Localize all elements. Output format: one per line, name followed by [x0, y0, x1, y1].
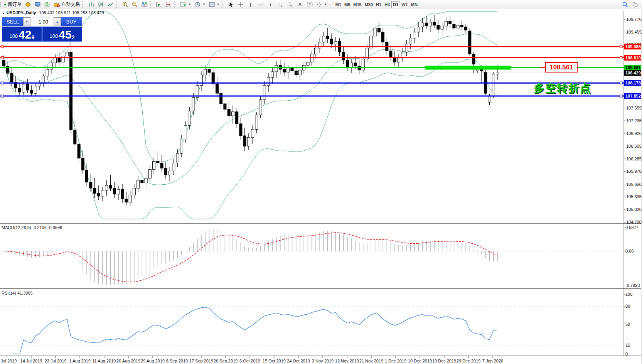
- bearish-candle: [212, 72, 214, 84]
- bearish-candle: [81, 158, 84, 170]
- bullish-candle: [200, 75, 203, 85]
- rsi-tick-label: 80: [625, 304, 630, 308]
- bearish-candle: [425, 23, 428, 26]
- sell-price[interactable]: 108429: [2, 27, 42, 41]
- line-handle[interactable]: [620, 95, 622, 97]
- search-button[interactable]: [620, 0, 630, 8]
- tile-windows-button[interactable]: [140, 0, 149, 8]
- line-price-label: 109.088: [625, 44, 641, 49]
- fibonacci-button[interactable]: F: [285, 0, 295, 8]
- auto-trading-button[interactable]: 自动交易: [52, 0, 81, 8]
- timeframe-h4[interactable]: H4: [383, 1, 391, 8]
- volume-increase-button[interactable]: ▲: [54, 17, 61, 26]
- bearish-candle: [89, 182, 92, 189]
- rsi-tick-label: 15: [625, 343, 630, 347]
- bullish-candle: [287, 68, 290, 72]
- zoom-in-button[interactable]: [120, 0, 130, 8]
- crosshair-button[interactable]: [236, 0, 246, 8]
- auto-scroll-button[interactable]: [154, 0, 164, 8]
- timeframe-m1[interactable]: M1: [334, 1, 343, 8]
- buy-price[interactable]: 108452: [42, 27, 82, 41]
- crosshair-icon: [238, 2, 244, 8]
- clock-icon: [194, 2, 201, 8]
- new-order-button[interactable]: 新订单: [0, 0, 23, 8]
- line-handle[interactable]: [1, 57, 3, 59]
- line-chart-button[interactable]: [106, 0, 115, 8]
- sell-button[interactable]: SELL: [2, 17, 23, 26]
- bearish-candle: [26, 84, 29, 90]
- toolbar-separator: [174, 1, 178, 8]
- bullish-candle: [105, 185, 108, 190]
- new-order-icon: [0, 2, 7, 8]
- macd-label: MACD(12,26,9) -0.2106 -0.0596: [2, 225, 62, 230]
- bullish-candle: [441, 26, 443, 29]
- buy-button[interactable]: BUY: [61, 17, 82, 26]
- price-level-callout[interactable]: 108.561: [545, 62, 578, 72]
- chat-button[interactable]: [630, 0, 640, 8]
- line-handle[interactable]: [1, 95, 3, 97]
- zoom-out-button[interactable]: [130, 0, 140, 8]
- bearish-candle: [125, 199, 128, 202]
- price-tick-label: 106.285: [626, 157, 642, 161]
- line-handle[interactable]: [620, 57, 622, 59]
- chart-shift-button[interactable]: [164, 0, 174, 8]
- arrows-button[interactable]: ▼: [315, 0, 329, 8]
- chevron-down-icon: ▼: [217, 3, 220, 6]
- volume-decrease-button[interactable]: ▼: [23, 17, 30, 26]
- timeframe-m5[interactable]: M5: [343, 1, 352, 8]
- timeframe-m15[interactable]: M15: [352, 1, 363, 8]
- bar-chart-button[interactable]: [86, 0, 96, 8]
- bullish-candle: [362, 59, 364, 70]
- date-tick-label: 15 Oct 2019: [263, 359, 286, 363]
- candlestick-button[interactable]: [96, 0, 106, 8]
- bearish-candle: [382, 32, 384, 42]
- bearish-candle: [468, 31, 471, 54]
- bearish-candle: [465, 27, 467, 30]
- bullish-candle: [275, 65, 278, 72]
- timeframe-m30[interactable]: M30: [363, 1, 374, 8]
- equidistant-channel-button[interactable]: E: [276, 0, 285, 8]
- line-handle[interactable]: [1, 82, 3, 84]
- timeframe-mn[interactable]: MN: [409, 1, 419, 8]
- bullish-candle: [129, 195, 131, 202]
- bullish-candle: [488, 96, 491, 102]
- market-watch-button[interactable]: [23, 0, 33, 8]
- timeframe-h1[interactable]: H1: [374, 1, 383, 8]
- vertical-line-button[interactable]: |: [246, 0, 256, 8]
- cursor-button[interactable]: [226, 0, 236, 8]
- bollinger-middle-band: [4, 34, 497, 185]
- line-handle[interactable]: [1, 46, 3, 48]
- highlight-price-bar[interactable]: [425, 66, 511, 70]
- line-handle[interactable]: [620, 82, 622, 84]
- toolbar-separator: [222, 1, 226, 8]
- vertical-line-icon: |: [247, 2, 254, 7]
- data-window-button[interactable]: [33, 0, 42, 8]
- bearish-candle: [377, 28, 380, 32]
- periods-button[interactable]: ▼: [193, 0, 207, 8]
- chart-canvas[interactable]: 109.770109.455109.135107.555107.235106.9…: [0, 0, 642, 364]
- new-order-label: 新订单: [8, 1, 22, 8]
- macd-min-label: -0.7823: [625, 283, 640, 288]
- collapse-panel-icon[interactable]: ▲: [2, 12, 5, 15]
- bearish-candle: [291, 68, 293, 71]
- toolbar-separator: [116, 1, 120, 8]
- bearish-candle: [164, 168, 167, 175]
- trendline-button[interactable]: /: [266, 0, 276, 8]
- expert-advisors-button[interactable]: [42, 0, 52, 8]
- bullish-candle: [133, 188, 135, 195]
- timeframe-d1[interactable]: D1: [391, 1, 400, 8]
- pivot-annotation-text[interactable]: 多空转折点: [534, 81, 591, 96]
- line-chart-icon: [107, 2, 114, 8]
- text-label-button[interactable]: T: [305, 0, 315, 8]
- line-handle[interactable]: [620, 46, 622, 48]
- date-tick-label: 24 Oct 2019: [287, 359, 310, 363]
- volume-input[interactable]: 1.00: [30, 17, 54, 26]
- indicators-button[interactable]: ▼: [179, 0, 193, 8]
- text-button[interactable]: A: [295, 0, 305, 8]
- bearish-candle: [97, 194, 100, 196]
- horizontal-line-button[interactable]: —: [256, 0, 266, 8]
- timeframe-w1[interactable]: W1: [400, 1, 409, 8]
- bid-price-label: 108.429: [625, 71, 641, 75]
- date-tick-label: 21 Nov 2019: [359, 359, 383, 363]
- templates-button[interactable]: ▼: [207, 0, 221, 8]
